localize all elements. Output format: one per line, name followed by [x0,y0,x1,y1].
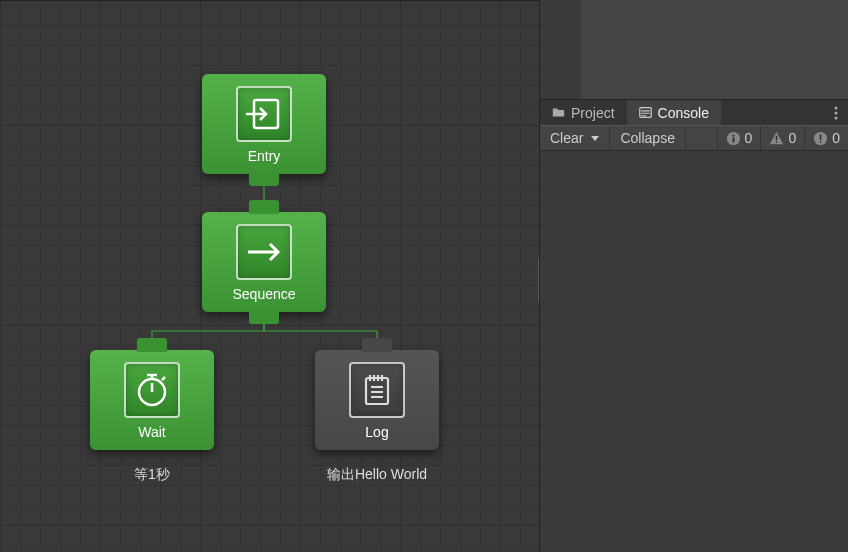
node-label: Sequence [210,286,318,302]
console-icon [639,106,652,119]
console-output[interactable] [540,151,848,552]
input-port[interactable] [249,200,279,214]
svg-rect-10 [732,134,734,136]
info-count: 0 [745,130,753,146]
entry-icon [236,86,292,142]
node-subtitle: 输出Hello World [327,466,427,484]
svg-rect-12 [776,141,778,143]
svg-point-6 [835,111,838,114]
warning-count: 0 [788,130,796,146]
input-port[interactable] [137,338,167,352]
tab-console[interactable]: Console [627,100,721,125]
warning-toggle[interactable]: 0 [760,126,804,150]
error-toggle[interactable]: 0 [804,126,848,150]
error-icon [813,131,828,146]
tab-project[interactable]: Project [540,100,627,125]
svg-point-5 [835,106,838,109]
warning-icon [769,131,784,146]
info-toggle[interactable]: 0 [717,126,761,150]
node-subtitle: 等1秒 [134,466,170,484]
tab-menu-button[interactable] [824,100,848,125]
node-label: Log [323,424,431,440]
right-panel: Project Console Clear Collapse 0 [540,0,848,552]
notepad-icon [349,362,405,418]
node-label: Wait [98,424,206,440]
inspector-area [540,0,848,99]
kebab-icon [834,106,838,120]
error-count: 0 [832,130,840,146]
info-icon [726,131,741,146]
node-sequence[interactable]: Sequence [202,212,326,312]
node-label: Entry [210,148,318,164]
collapse-button[interactable]: Collapse [610,126,685,150]
stopwatch-icon [124,362,180,418]
output-port[interactable] [249,172,279,186]
behavior-graph-canvas[interactable]: Entry Sequence [0,0,540,552]
arrow-right-icon [236,224,292,280]
svg-rect-9 [732,137,734,142]
svg-rect-15 [820,141,822,143]
svg-rect-14 [820,134,822,140]
clear-button[interactable]: Clear [540,126,610,150]
panel-tabs: Project Console [540,99,848,125]
output-port[interactable] [249,310,279,324]
folder-icon [552,106,565,119]
svg-rect-11 [776,135,778,140]
svg-point-7 [835,116,838,119]
node-entry[interactable]: Entry [202,74,326,174]
node-wait[interactable]: Wait 等1秒 [90,350,214,450]
node-log[interactable]: Log 输出Hello World [315,350,439,450]
tab-label: Console [658,105,709,121]
tab-label: Project [571,105,615,121]
input-port[interactable] [362,338,392,352]
panel-resize-handle[interactable] [538,256,540,304]
console-toolbar: Clear Collapse 0 0 0 [540,125,848,151]
